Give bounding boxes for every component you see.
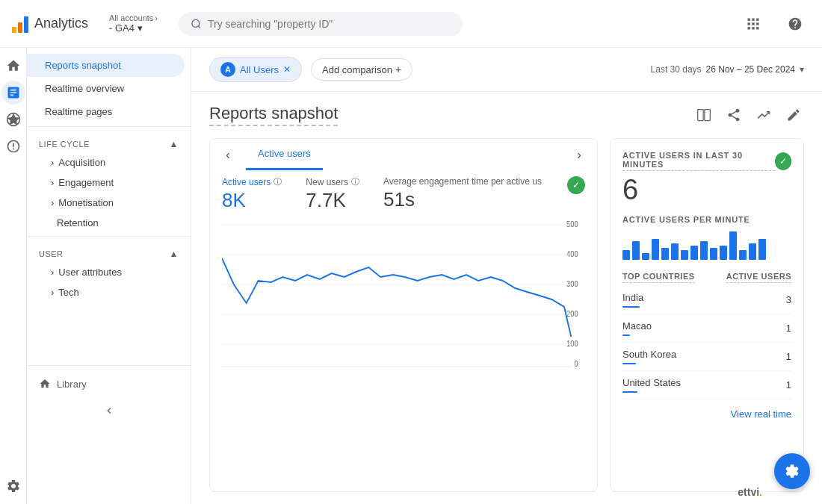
logo-icon	[12, 15, 28, 33]
mini-bar-item	[710, 248, 717, 260]
mini-bar-item	[622, 250, 630, 260]
segment-initial: A	[220, 62, 235, 77]
countries-table: India 3 Macao 1 South Korea 1 United Sta…	[622, 286, 791, 399]
country-row: United States 1	[622, 371, 791, 399]
chevron-right-icon: ›	[51, 177, 54, 188]
metric-engagement: Average engagement time per active us 51…	[383, 176, 542, 211]
mini-bar-item	[652, 239, 659, 261]
segment-bar: A All Users ✕ Add comparison + Last 30 d…	[191, 48, 822, 92]
fab-button[interactable]	[774, 453, 810, 489]
sidebar-item-engagement[interactable]: › Engagement	[27, 172, 191, 193]
sidebar-item-acquisition[interactable]: › Acquisition	[27, 152, 191, 172]
metric-new-users-label: New users ⓘ	[306, 176, 359, 187]
breadcrumb[interactable]: All accounts › - GA4 ▾	[109, 13, 158, 34]
chart-nav: ‹ Active users ›	[210, 139, 597, 170]
metric-active-users-label: Active users ⓘ	[222, 176, 282, 187]
metric-engagement-label: Average engagement time per active us	[383, 176, 542, 187]
search-icon	[191, 18, 202, 30]
country-row: Macao 1	[622, 314, 791, 343]
mini-bar-item	[642, 253, 649, 261]
insights-button[interactable]	[753, 105, 774, 125]
svg-text:0: 0	[574, 360, 578, 368]
all-users-segment-button[interactable]: A All Users ✕	[209, 57, 302, 82]
chevron-down-icon: ▾	[800, 64, 804, 75]
sidebar-divider-2	[27, 236, 191, 237]
date-range-value: 26 Nov – 25 Dec 2024	[706, 64, 795, 75]
sidebar-item-retention[interactable]: Retention	[27, 213, 191, 233]
svg-rect-2	[748, 18, 750, 20]
add-comparison-button[interactable]: Add comparison +	[311, 58, 412, 81]
header: Analytics All accounts › - GA4 ▾	[0, 0, 822, 48]
nav-home-icon[interactable]	[1, 54, 25, 78]
country-count: 3	[786, 294, 791, 305]
svg-point-0	[192, 19, 200, 27]
nav-settings-icon[interactable]	[1, 474, 25, 498]
country-bar	[622, 335, 630, 336]
active-users-col-label: Active Users	[726, 272, 791, 283]
sidebar-item-label: Realtime pages	[45, 106, 112, 117]
mini-bar-item	[749, 243, 756, 260]
date-prefix: Last 30 days	[651, 64, 702, 75]
page-title: Reports snapshot	[209, 104, 338, 126]
nav-advertising-icon[interactable]	[1, 134, 25, 158]
mini-bar-item	[661, 248, 669, 260]
apps-button[interactable]	[738, 9, 768, 39]
sidebar-item-reports-snapshot[interactable]: Reports snapshot	[27, 54, 185, 77]
add-comparison-label: Add comparison	[322, 64, 392, 75]
nav-reports-icon[interactable]	[1, 81, 25, 105]
compare-view-button[interactable]	[693, 105, 714, 125]
sidebar-section-user[interactable]: User ▲	[27, 240, 191, 262]
country-count: 1	[786, 323, 791, 334]
sidebar-item-tech[interactable]: › Tech	[27, 282, 191, 302]
breadcrumb-top: All accounts ›	[109, 13, 158, 22]
chevron-right-icon: ›	[51, 157, 54, 168]
country-bar	[622, 363, 636, 364]
chevron-up-icon-2: ▲	[170, 249, 179, 259]
sidebar-item-realtime-pages[interactable]: Realtime pages	[27, 100, 185, 123]
sidebar-item-monetisation[interactable]: › Monetisation	[27, 193, 191, 213]
svg-rect-10	[756, 27, 758, 29]
country-bar	[622, 306, 640, 308]
svg-rect-13	[698, 110, 704, 121]
sidebar: Reports snapshot Realtime overview Realt…	[27, 48, 191, 504]
svg-rect-7	[756, 22, 758, 25]
search-input[interactable]	[208, 18, 451, 30]
edit-button[interactable]	[783, 105, 804, 125]
main-layout: Reports snapshot Realtime overview Realt…	[0, 48, 822, 504]
sidebar-collapse-button[interactable]	[27, 399, 191, 423]
chevron-right-icon-3: ›	[51, 287, 54, 298]
nav-explore-icon[interactable]	[1, 108, 25, 131]
country-name: Macao	[622, 320, 652, 336]
country-count: 1	[786, 379, 791, 391]
help-button[interactable]	[780, 9, 810, 39]
chart-tab-active-users[interactable]: Active users	[246, 139, 323, 170]
view-realtime-link[interactable]: View real time	[622, 408, 791, 420]
active-users-count: 6	[622, 174, 791, 206]
country-name: South Korea	[622, 349, 676, 364]
share-button[interactable]	[723, 105, 744, 125]
chart-prev-button[interactable]: ‹	[216, 143, 240, 167]
sidebar-item-realtime-overview[interactable]: Realtime overview	[27, 77, 185, 100]
metric-new-users: New users ⓘ 7.7K	[306, 176, 359, 212]
app-name: Analytics	[34, 16, 88, 31]
info-icon-new-users[interactable]: ⓘ	[351, 176, 359, 187]
chart-next-button[interactable]: ›	[567, 143, 591, 167]
date-range-selector[interactable]: Last 30 days 26 Nov – 25 Dec 2024 ▾	[651, 64, 804, 75]
search-bar[interactable]	[179, 12, 463, 36]
mini-bar-item	[729, 231, 737, 260]
metric-active-users-value: 8K	[222, 189, 282, 212]
svg-rect-8	[748, 27, 750, 29]
country-bar	[622, 391, 637, 393]
info-icon-active-users[interactable]: ⓘ	[274, 176, 282, 187]
sidebar-settings-item[interactable]: Library	[27, 369, 191, 399]
mini-bar-item	[690, 246, 698, 260]
sidebar-section-lifecycle[interactable]: Life cycle ▲	[27, 130, 191, 152]
sidebar-library-label: Library	[57, 379, 87, 390]
svg-rect-4	[756, 18, 758, 20]
sidebar-item-user-attributes[interactable]: › User attributes	[27, 262, 191, 282]
status-check-icon: ✓	[567, 176, 585, 194]
mini-bar-item	[739, 250, 747, 260]
mini-bar-item	[681, 250, 688, 260]
svg-text:200: 200	[566, 310, 578, 318]
svg-line-1	[198, 25, 200, 28]
